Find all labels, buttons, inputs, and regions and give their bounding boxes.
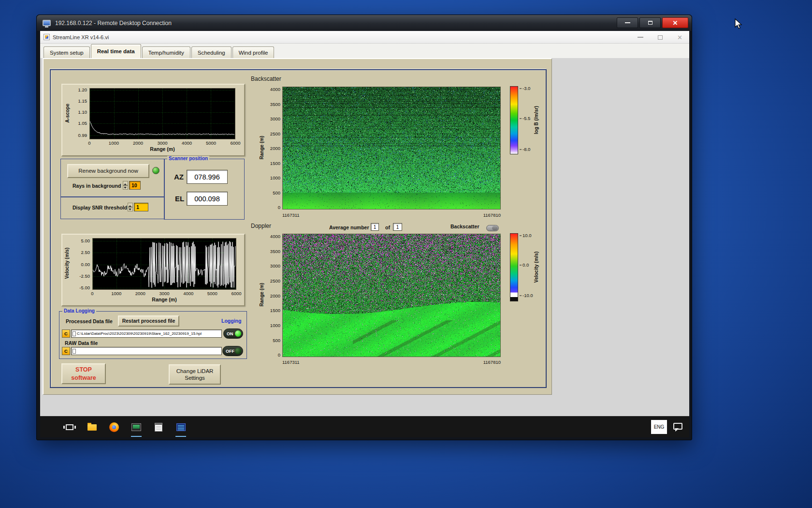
ascope-xlabel: Range (m) <box>89 146 235 152</box>
doppler-colorbar <box>510 233 518 301</box>
mouse-cursor <box>734 18 745 30</box>
close-icon: ✕ <box>673 20 678 26</box>
doppler-yaxis: 40003500300025002000150010005000 <box>263 234 282 356</box>
rays-in-background-label: Rays in background <box>72 183 121 189</box>
ascope-canvas <box>90 89 235 139</box>
raw-logging-toggle[interactable]: OFF <box>222 346 243 356</box>
path-page-icon[interactable] <box>72 349 76 354</box>
rdp-titlebar[interactable]: 192.168.0.122 - Remote Desktop Connectio… <box>37 15 692 31</box>
stop-line2: software <box>71 374 96 381</box>
real-time-data-page: A-scope 1.201.151.101.050.99 01000200030… <box>43 58 552 395</box>
velocity-yaxis: 5.002.500.00-2.50-5.00 <box>72 238 91 289</box>
folder-icon <box>87 424 97 431</box>
raw-drive-button[interactable]: C <box>62 347 70 355</box>
renew-background-button[interactable]: Renew background now <box>67 164 149 178</box>
backscatter-toggle[interactable] <box>486 225 499 231</box>
average-number-field[interactable]: 1 <box>371 223 379 231</box>
az-value-field: 078.996 <box>187 170 228 184</box>
stop-software-button[interactable]: STOPsoftware <box>61 363 106 384</box>
background-led-indicator <box>152 167 160 174</box>
minimize-icon <box>625 22 630 23</box>
doppler-x-start: 1167311 <box>282 359 300 365</box>
snr-threshold-group: Display SNR threshold 1 <box>60 197 165 219</box>
tab-scheduling[interactable]: Scheduling <box>191 46 232 58</box>
app-client-area: A-scope 1.201.151.101.050.99 01000200030… <box>40 58 689 416</box>
ascope-plot <box>89 88 235 139</box>
tab-temp-humidity[interactable]: Temp/humidity <box>142 46 190 58</box>
backscatter-colorbar-label: log B (/m/sr) <box>534 106 539 134</box>
task-view-button[interactable] <box>58 417 81 437</box>
doppler-canvas <box>283 234 500 357</box>
rdp-minimize-button[interactable] <box>617 17 638 28</box>
el-value-field: 000.098 <box>187 192 228 206</box>
backscatter-colorbar <box>510 86 518 154</box>
snr-value-field[interactable]: 1 <box>134 203 148 211</box>
terminal-app-button[interactable] <box>170 417 192 437</box>
change-lidar-settings-button[interactable]: Change LiDARSettings <box>169 364 221 385</box>
scanner-position-group: Scanner position AZ 078.996 EL 000.098 <box>164 159 245 220</box>
backscatter-plot <box>282 87 501 209</box>
backscatter-yaxis: 40003500300025002000150010005000 <box>263 87 282 209</box>
processed-path-field[interactable]: C:\Lidar\Data\Proc\2023\202309\20230919\… <box>71 329 222 338</box>
labview-app-icon <box>44 34 50 40</box>
rays-value-field[interactable]: 10 <box>129 181 141 190</box>
active-app-indicator <box>175 436 186 437</box>
tab-system-setup[interactable]: System setup <box>44 46 90 58</box>
app-minimize-icon[interactable] <box>638 37 643 38</box>
processed-logging-toggle[interactable]: ON <box>223 329 243 339</box>
path-page-icon[interactable] <box>72 331 76 336</box>
change-line1: Change LiDAR <box>176 368 214 374</box>
rdp-title: 192.168.0.122 - Remote Desktop Connectio… <box>55 20 172 27</box>
app-restore-icon[interactable] <box>658 35 663 40</box>
ascope-ylabel: A-scope <box>65 104 70 122</box>
backscatter-x-end: 1167810 <box>483 212 501 218</box>
velocity-xlabel: Range (m) <box>92 297 236 302</box>
app-window-icon <box>131 423 141 431</box>
doppler-title: Doppler <box>251 223 271 229</box>
on-label: ON <box>227 331 233 336</box>
snr-spinner[interactable] <box>128 203 133 211</box>
velocity-plot <box>92 238 236 290</box>
chat-bubble-icon[interactable] <box>673 423 682 430</box>
average-total-field[interactable]: 1 <box>393 223 402 231</box>
tab-wind-profile[interactable]: Wind profile <box>232 46 275 58</box>
tab-strip: System setup Real time data Temp/humidit… <box>40 44 689 58</box>
rdp-window: 192.168.0.122 - Remote Desktop Connectio… <box>36 15 692 440</box>
processed-data-file-label: Processed Data file <box>66 318 113 324</box>
background-control-group: Renew background now Rays in background … <box>60 159 165 197</box>
file-explorer-button[interactable] <box>81 417 103 437</box>
schedule-icon <box>155 423 162 432</box>
restart-processed-file-button[interactable]: Restart processed file <box>118 315 179 327</box>
backscatter-x-start: 1167311 <box>282 212 300 218</box>
main-panel: A-scope 1.201.151.101.050.99 01000200030… <box>50 69 547 388</box>
task-view-icon <box>66 424 73 430</box>
spinner-down-icon[interactable] <box>123 185 128 190</box>
spinner-up-icon[interactable] <box>128 203 133 207</box>
language-indicator[interactable]: ENG <box>651 420 667 434</box>
doppler-x-end: 1167810 <box>483 359 501 365</box>
el-label: EL <box>175 194 184 203</box>
ascope-graph: A-scope 1.201.151.101.050.99 01000200030… <box>61 84 245 156</box>
off-label: OFF <box>226 349 234 354</box>
spinner-down-icon[interactable] <box>128 207 133 211</box>
raw-path-field[interactable] <box>71 347 222 355</box>
rdp-close-button[interactable]: ✕ <box>662 17 688 28</box>
stop-line1: STOP <box>75 366 92 373</box>
app-title: StreamLine XR v14-6.vi <box>53 34 109 40</box>
backscatter-toggle-label: Backscatter <box>450 224 479 229</box>
firefox-button[interactable] <box>103 417 125 437</box>
scan-schedule-button[interactable] <box>147 417 170 437</box>
velocity-canvas <box>93 239 236 289</box>
rdp-restore-button[interactable] <box>639 17 661 28</box>
spinner-up-icon[interactable] <box>123 181 128 185</box>
backscatter-title: Backscatter <box>251 75 281 82</box>
data-logging-title: Data Logging <box>62 308 96 314</box>
rays-spinner[interactable] <box>123 181 128 190</box>
processed-drive-button[interactable]: C <box>62 329 70 338</box>
app-titlebar[interactable]: StreamLine XR v14-6.vi ✕ <box>40 31 689 44</box>
tab-real-time-data[interactable]: Real time data <box>91 44 141 58</box>
doppler-colorbar-label: Velocity (m/s) <box>534 252 539 283</box>
change-line2: Settings <box>185 375 205 381</box>
streamline-app-button[interactable] <box>125 417 147 437</box>
app-close-icon[interactable]: ✕ <box>677 34 682 41</box>
